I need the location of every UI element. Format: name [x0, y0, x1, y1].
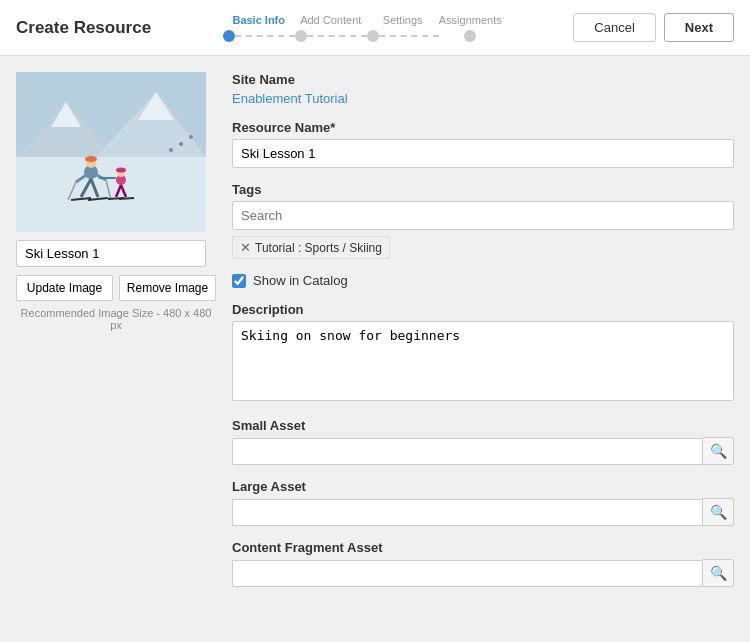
- description-label: Description: [232, 302, 734, 317]
- step-label-settings: Settings: [383, 14, 423, 26]
- tags-group: Tags ✕ Tutorial : Sports / Skiing: [232, 182, 734, 259]
- svg-rect-1: [16, 157, 206, 232]
- step-label-assignments: Assignments: [439, 14, 502, 26]
- binoculars-icon-2: 🔍: [710, 504, 727, 520]
- tag-remove-icon[interactable]: ✕: [240, 240, 251, 255]
- show-in-catalog-checkbox[interactable]: [232, 274, 246, 288]
- svg-point-22: [116, 168, 126, 173]
- image-buttons: Update Image Remove Image: [16, 275, 216, 301]
- image-preview: [16, 72, 206, 232]
- step-line-2: [307, 35, 367, 37]
- tag-text: Tutorial : Sports / Skiing: [255, 241, 382, 255]
- small-asset-group: Small Asset 🔍: [232, 418, 734, 465]
- large-asset-browse-button[interactable]: 🔍: [702, 498, 734, 526]
- large-asset-input[interactable]: [232, 499, 702, 526]
- wizard-steps: Basic Info Add Content Settings: [203, 14, 522, 42]
- small-asset-row: 🔍: [232, 437, 734, 465]
- svg-point-11: [85, 156, 97, 162]
- site-name-label: Site Name: [232, 72, 734, 87]
- binoculars-icon-3: 🔍: [710, 565, 727, 581]
- resource-name-input[interactable]: [232, 139, 734, 168]
- small-asset-input[interactable]: [232, 438, 702, 465]
- cancel-button[interactable]: Cancel: [573, 13, 655, 42]
- ski-scene-svg: [16, 72, 206, 232]
- description-group: Description Skiing on snow for beginners: [232, 302, 734, 404]
- binoculars-icon: 🔍: [710, 443, 727, 459]
- header-actions: Cancel Next: [573, 13, 734, 42]
- content-fragment-input[interactable]: [232, 560, 702, 587]
- step-dot-basic: [223, 30, 235, 42]
- svg-point-7: [179, 142, 183, 146]
- svg-point-6: [169, 148, 173, 152]
- main-content: Update Image Remove Image Recommended Im…: [0, 56, 750, 642]
- tag-item: ✕ Tutorial : Sports / Skiing: [232, 236, 390, 259]
- tags-label: Tags: [232, 182, 734, 197]
- right-panel: Site Name Enablement Tutorial Resource N…: [232, 72, 734, 626]
- step-label-content: Add Content: [300, 14, 361, 26]
- description-textarea[interactable]: Skiing on snow for beginners: [232, 321, 734, 401]
- step-dot-assignments: [464, 30, 476, 42]
- show-in-catalog-label: Show in Catalog: [253, 273, 348, 288]
- large-asset-row: 🔍: [232, 498, 734, 526]
- svg-line-26: [119, 198, 134, 199]
- site-name-group: Site Name Enablement Tutorial: [232, 72, 734, 106]
- resource-name-label: Resource Name*: [232, 120, 734, 135]
- content-fragment-group: Content Fragment Asset 🔍: [232, 540, 734, 587]
- step-line-3: [379, 35, 439, 37]
- step-dot-content: [295, 30, 307, 42]
- small-asset-browse-button[interactable]: 🔍: [702, 437, 734, 465]
- image-title-input[interactable]: [16, 240, 206, 267]
- next-button[interactable]: Next: [664, 13, 734, 42]
- resource-name-group: Resource Name*: [232, 120, 734, 168]
- svg-point-8: [189, 135, 193, 139]
- content-fragment-row: 🔍: [232, 559, 734, 587]
- image-size-hint: Recommended Image Size - 480 x 480 px: [16, 307, 216, 331]
- small-asset-label: Small Asset: [232, 418, 734, 433]
- step-line-1: [235, 35, 295, 37]
- large-asset-group: Large Asset 🔍: [232, 479, 734, 526]
- content-fragment-browse-button[interactable]: 🔍: [702, 559, 734, 587]
- step-label-basic: Basic Info: [232, 14, 285, 26]
- show-in-catalog-row: Show in Catalog: [232, 273, 734, 288]
- left-panel: Update Image Remove Image Recommended Im…: [16, 72, 216, 626]
- content-fragment-label: Content Fragment Asset: [232, 540, 734, 555]
- page-header: Create Resource Basic Info Add Content S…: [0, 0, 750, 56]
- update-image-button[interactable]: Update Image: [16, 275, 113, 301]
- large-asset-label: Large Asset: [232, 479, 734, 494]
- tags-search-input[interactable]: [232, 201, 734, 230]
- page-title: Create Resource: [16, 18, 151, 38]
- step-dot-settings: [367, 30, 379, 42]
- site-name-value: Enablement Tutorial: [232, 91, 734, 106]
- remove-image-button[interactable]: Remove Image: [119, 275, 216, 301]
